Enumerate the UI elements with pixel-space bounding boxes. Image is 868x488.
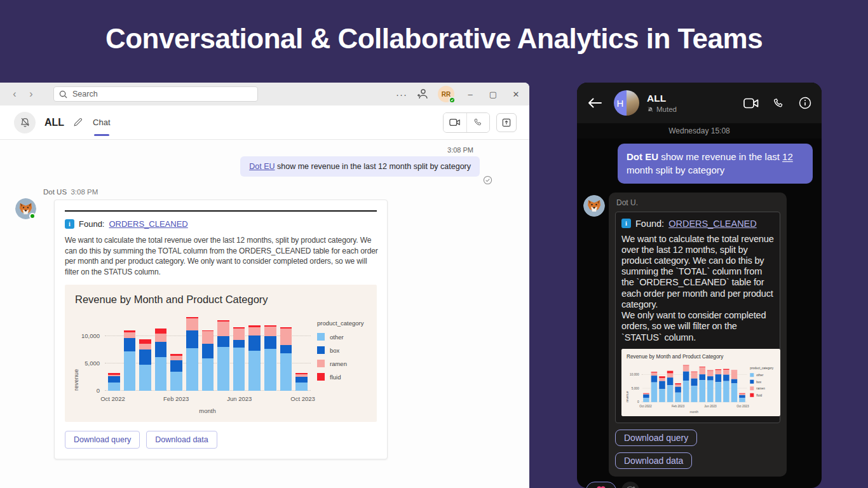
call-button-group bbox=[443, 112, 490, 133]
mention-dot-eu[interactable]: Dot EU bbox=[627, 151, 658, 162]
heart-reaction-pill[interactable] bbox=[586, 482, 616, 488]
chart-bar-segment-box bbox=[667, 377, 674, 385]
muted-bell-slash-icon bbox=[647, 106, 654, 113]
video-camera-icon[interactable] bbox=[743, 98, 759, 109]
chart-title: Revenue by Month and Product Category bbox=[627, 353, 776, 360]
chart-bar-segment-ramen bbox=[248, 327, 261, 336]
heart-icon bbox=[596, 485, 606, 488]
chart-bar bbox=[731, 370, 738, 402]
chart-bar-segment-other bbox=[715, 382, 721, 402]
explanation-paragraph-1: We want to calculate the total revenue o… bbox=[621, 234, 774, 311]
download-query-button[interactable]: Download query bbox=[65, 431, 140, 449]
phone-icon[interactable] bbox=[773, 97, 785, 109]
bot-fox-avatar[interactable] bbox=[583, 195, 605, 217]
invite-people-icon[interactable] bbox=[416, 88, 429, 100]
video-call-button[interactable] bbox=[444, 113, 466, 132]
chart-y-tick: 10,000 bbox=[630, 373, 639, 377]
chart-bar-segment-ramen bbox=[715, 370, 721, 374]
download-data-button[interactable]: Download data bbox=[146, 431, 217, 449]
chart-bar-segment-box bbox=[248, 336, 261, 351]
sent-text: show me revenue in the last bbox=[658, 151, 782, 162]
edit-name-icon[interactable] bbox=[73, 118, 83, 127]
chart-bar-segment-box bbox=[233, 340, 245, 348]
chart-legend: product_categoryotherboxramenfluid bbox=[750, 363, 776, 400]
back-arrow-icon[interactable] bbox=[587, 97, 602, 109]
chart-x-tick: Oct 2023 bbox=[290, 395, 315, 402]
audio-call-button[interactable] bbox=[466, 113, 489, 132]
chart-x-tick: Jun 2023 bbox=[227, 395, 252, 402]
chart-legend-item: other bbox=[317, 333, 370, 341]
chart-bar bbox=[139, 339, 151, 391]
chart-y-tick: 5,000 bbox=[632, 386, 639, 390]
chart-bar-segment-box bbox=[699, 374, 705, 380]
date-header: Wednesday 15:08 bbox=[577, 123, 822, 139]
chart-y-axis: 05,00010,000 bbox=[79, 315, 105, 391]
found-table-link[interactable]: ORDERS_CLEANED bbox=[668, 219, 757, 229]
search-icon bbox=[59, 90, 67, 98]
minimize-button[interactable]: – bbox=[463, 90, 477, 99]
received-timestamp: 3:08 PM bbox=[71, 188, 98, 196]
download-query-button[interactable]: Download query bbox=[615, 430, 697, 446]
explanation-paragraph-2: We only want to consider completed order… bbox=[621, 310, 774, 343]
info-icon[interactable] bbox=[799, 97, 811, 109]
close-button[interactable]: ✕ bbox=[509, 90, 523, 99]
sent-message-bubble[interactable]: Dot EU show me revenue in the last 12 mo… bbox=[240, 156, 480, 177]
chart-legend-item: other bbox=[750, 373, 776, 377]
chart-legend-label: ramen bbox=[330, 360, 347, 367]
found-table-link[interactable]: ORDERS_CLEANED bbox=[109, 219, 187, 229]
found-label: Found: bbox=[635, 219, 664, 229]
more-options-icon[interactable]: ··· bbox=[396, 89, 407, 100]
chart-legend: product_categoryotherboxramenfluid bbox=[317, 315, 370, 386]
chart-bar-segment-other bbox=[707, 380, 714, 402]
search-input[interactable]: Search bbox=[53, 86, 258, 102]
chart-bar-segment-box bbox=[659, 381, 665, 389]
chart-bar bbox=[699, 367, 705, 402]
chart-bar bbox=[202, 330, 214, 391]
chart-bar-segment-box bbox=[683, 372, 689, 381]
popout-chat-button[interactable] bbox=[496, 113, 517, 132]
chart-x-tick: Oct 2022 bbox=[100, 395, 125, 402]
tab-chat[interactable]: Chat bbox=[93, 105, 110, 140]
mobile-group-avatar[interactable]: H bbox=[614, 90, 639, 116]
chart-bar-segment-box bbox=[217, 336, 229, 347]
add-reaction-button[interactable] bbox=[621, 482, 639, 488]
chart-legend-label: other bbox=[756, 373, 763, 377]
chart-bar-segment-ramen bbox=[217, 322, 229, 336]
chart-bar-segment-ramen bbox=[707, 370, 714, 376]
forward-icon[interactable]: › bbox=[23, 86, 39, 102]
chart-bar-segment-box bbox=[651, 376, 658, 383]
chart-bar bbox=[248, 325, 261, 391]
avatar-initials: RR bbox=[442, 91, 451, 98]
chart-bar bbox=[667, 371, 674, 402]
maximize-button[interactable]: ▢ bbox=[486, 90, 500, 99]
found-label: Found: bbox=[79, 219, 104, 229]
phone-icon bbox=[473, 118, 483, 127]
chart-bar-segment-ramen bbox=[699, 367, 705, 374]
chart-legend-label: fluid bbox=[756, 393, 762, 397]
chart-bar-segment-other bbox=[683, 381, 689, 402]
chart-legend-swatch bbox=[317, 333, 325, 341]
chart-bar-segment-other bbox=[280, 353, 292, 391]
sent-timestamp: 3:08 PM bbox=[447, 146, 473, 154]
back-icon[interactable]: ‹ bbox=[6, 86, 23, 102]
chat-header: ALL Chat bbox=[0, 105, 529, 140]
mobile-sent-bubble[interactable]: Dot EU show me revenue in the last 12 mo… bbox=[618, 144, 813, 184]
chart-legend-swatch bbox=[317, 346, 325, 354]
group-avatar[interactable] bbox=[14, 112, 36, 133]
mention-dot-eu[interactable]: Dot EU bbox=[249, 162, 275, 171]
chart-bar-segment-ramen bbox=[731, 370, 738, 379]
chart-bar-segment-other bbox=[217, 347, 229, 391]
chart-legend-title: product_category bbox=[750, 366, 776, 370]
chart-y-tick: 5,000 bbox=[85, 360, 100, 367]
chart-bar-segment-fluid bbox=[155, 329, 167, 333]
video-camera-icon bbox=[449, 118, 461, 126]
received-message-header: Dot US 3:08 PM bbox=[43, 188, 98, 196]
chart-bar bbox=[233, 327, 245, 391]
chart-bar-segment-box bbox=[715, 374, 721, 382]
chart-bar bbox=[264, 325, 276, 391]
download-data-button[interactable]: Download data bbox=[615, 452, 692, 469]
chat-title: ALL bbox=[44, 117, 64, 128]
chart-legend-swatch bbox=[317, 360, 325, 367]
user-avatar[interactable]: RR bbox=[438, 86, 454, 102]
chart-thumbnail[interactable]: Revenue by Month and Product Categoryrev… bbox=[621, 349, 780, 416]
